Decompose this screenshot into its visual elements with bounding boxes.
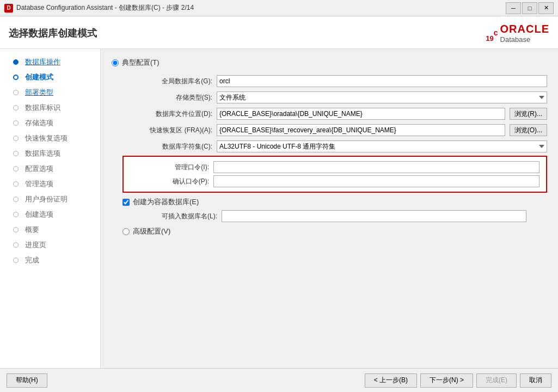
- sidebar-item-storage: 存储选项: [0, 115, 100, 131]
- step-dot-fast-recovery: [13, 136, 19, 141]
- sidebar-item-fast-recovery: 快速恢复选项: [0, 131, 100, 146]
- sidebar-label-deploy-type: 部署类型: [25, 88, 53, 97]
- sidebar-item-summary: 概要: [0, 222, 100, 237]
- create-container-label: 创建为容器数据库(E): [133, 197, 199, 207]
- close-button[interactable]: ✕: [538, 2, 554, 14]
- typical-config-radio-label[interactable]: 典型配置(T): [112, 58, 547, 68]
- step-dot-db-id: [13, 105, 19, 111]
- step-dot-storage: [13, 120, 19, 126]
- confirm-pwd-label: 确认口令(P):: [130, 177, 209, 186]
- typical-config-radio[interactable]: [112, 59, 119, 66]
- step-dot-mgmt-options: [13, 181, 19, 187]
- step-dot-progress: [13, 242, 19, 248]
- create-container-row: 创建为容器数据库(E): [122, 197, 547, 207]
- step-dot-deploy-type: [13, 90, 19, 95]
- prev-button[interactable]: < 上一步(B): [365, 373, 417, 388]
- pluggable-db-input[interactable]: [222, 210, 526, 222]
- advanced-config-section: 高级配置(V): [122, 226, 547, 236]
- sidebar-label-user-creds: 用户身份证明: [25, 194, 68, 204]
- db-file-location-input[interactable]: [217, 108, 505, 120]
- step-dot-finish: [13, 258, 19, 263]
- oracle-logo: 19c ORACLE Database: [486, 23, 549, 44]
- fra-label: 快速恢复区 (FRA)(A):: [122, 126, 212, 135]
- footer: 帮助(H) < 上一步(B) 下一步(N) > 完成(E) 取消: [0, 368, 558, 392]
- advanced-config-label: 高级配置(V): [133, 226, 170, 236]
- sidebar-label-db-id: 数据库标识: [25, 103, 60, 113]
- admin-pwd-label: 管理口令(I):: [130, 163, 209, 172]
- restore-button[interactable]: □: [522, 2, 537, 14]
- sidebar-label-storage: 存储选项: [25, 118, 53, 128]
- storage-type-label: 存储类型(S):: [122, 93, 212, 102]
- sidebar-label-db-operation: 数据库操作: [25, 57, 60, 67]
- admin-pwd-row: 管理口令(I):: [130, 161, 539, 173]
- charset-row: 数据库字符集(C): AL32UTF8 - Unicode UTF-8 通用字符…: [122, 140, 547, 152]
- step-dot-create-options: [13, 212, 19, 217]
- cancel-button[interactable]: 取消: [520, 373, 551, 388]
- oracle-brand: ORACLE: [500, 23, 549, 35]
- main-panel: 典型配置(T) 全局数据库名(G): 存储类型(S): 文件系统ASM 数据库文…: [101, 49, 558, 368]
- oracle-text: ORACLE Database: [500, 23, 549, 44]
- sidebar-label-summary: 概要: [25, 225, 39, 235]
- footer-left: 帮助(H): [7, 373, 47, 388]
- sidebar-item-user-creds: 用户身份证明: [0, 192, 100, 207]
- content-area: 数据库操作 创建模式 部署类型 数据库标识 存储选项 快速恢复选项: [0, 49, 558, 368]
- oracle-version: 19c: [486, 28, 498, 44]
- create-container-checkbox[interactable]: [122, 199, 130, 206]
- step-dot-user-creds: [13, 197, 19, 202]
- titlebar-left: D Database Configuration Assistant - 创建数…: [4, 3, 194, 13]
- confirm-pwd-row: 确认口令(P):: [130, 175, 539, 187]
- step-dot-config-options: [13, 166, 19, 171]
- help-button[interactable]: 帮助(H): [7, 373, 47, 388]
- window-title: Database Configuration Assistant - 创建数据库…: [16, 3, 194, 13]
- browse-r-button[interactable]: 浏览(R)...: [510, 108, 547, 120]
- oracle-product: Database: [500, 35, 549, 44]
- global-db-name-input[interactable]: [217, 75, 547, 87]
- sidebar-label-create-options: 创建选项: [25, 210, 53, 219]
- pluggable-db-row: 可插入数据库名(L):: [136, 210, 547, 222]
- sidebar-label-db-options: 数据库选项: [25, 149, 60, 158]
- sidebar-item-deploy-type[interactable]: 部署类型: [0, 85, 100, 100]
- global-db-name-row: 全局数据库名(G):: [122, 75, 547, 87]
- advanced-config-radio[interactable]: [122, 228, 130, 235]
- next-button[interactable]: 下一步(N) >: [420, 373, 473, 388]
- sidebar-label-fast-recovery: 快速恢复选项: [25, 133, 68, 143]
- sidebar-label-finish: 完成: [25, 255, 39, 265]
- typical-config-section: 典型配置(T): [112, 58, 547, 68]
- charset-select[interactable]: AL32UTF8 - Unicode UTF-8 通用字符集: [217, 140, 547, 152]
- sidebar-item-mgmt-options: 管理选项: [0, 176, 100, 192]
- fra-input[interactable]: [217, 124, 505, 136]
- titlebar: D Database Configuration Assistant - 创建数…: [0, 0, 558, 16]
- storage-type-row: 存储类型(S): 文件系统ASM: [122, 91, 547, 103]
- finish-button[interactable]: 完成(E): [476, 373, 517, 388]
- footer-right: < 上一步(B) 下一步(N) > 完成(E) 取消: [365, 373, 551, 388]
- browse-o-button[interactable]: 浏览(O)...: [510, 124, 547, 136]
- storage-type-select[interactable]: 文件系统ASM: [217, 91, 547, 103]
- header: 选择数据库创建模式 19c ORACLE Database: [0, 16, 558, 49]
- charset-label: 数据库字符集(C):: [122, 142, 212, 151]
- main-container: 选择数据库创建模式 19c ORACLE Database 数据库操作 创建模式: [0, 16, 558, 392]
- page-title: 选择数据库创建模式: [9, 27, 97, 40]
- db-file-location-row: 数据库文件位置(D): 浏览(R)...: [122, 108, 547, 120]
- sidebar-item-finish: 完成: [0, 253, 100, 268]
- sidebar-item-create-options: 创建选项: [0, 207, 100, 222]
- app-icon: D: [4, 4, 13, 13]
- step-dot-summary: [13, 227, 19, 232]
- db-file-location-label: 数据库文件位置(D):: [122, 109, 212, 119]
- sidebar: 数据库操作 创建模式 部署类型 数据库标识 存储选项 快速恢复选项: [0, 49, 101, 368]
- step-dot-db-options: [13, 151, 19, 156]
- sidebar-item-config-options: 配置选项: [0, 161, 100, 176]
- form-grid: 全局数据库名(G): 存储类型(S): 文件系统ASM 数据库文件位置(D): …: [122, 75, 547, 152]
- window-controls: ─ □ ✕: [506, 2, 554, 14]
- confirm-pwd-input[interactable]: [213, 175, 539, 187]
- minimize-button[interactable]: ─: [506, 2, 521, 14]
- step-dot-create-mode: [13, 75, 19, 80]
- sidebar-item-db-operation[interactable]: 数据库操作: [0, 54, 100, 70]
- sidebar-item-db-options: 数据库选项: [0, 146, 100, 161]
- sidebar-label-config-options: 配置选项: [25, 164, 53, 174]
- password-section: 管理口令(I): 确认口令(P):: [122, 156, 547, 193]
- admin-pwd-input[interactable]: [213, 161, 539, 173]
- sidebar-label-mgmt-options: 管理选项: [25, 179, 53, 189]
- pluggable-db-label: 可插入数据库名(L):: [136, 212, 217, 221]
- sidebar-item-create-mode[interactable]: 创建模式: [0, 70, 100, 85]
- advanced-config-radio-label[interactable]: 高级配置(V): [122, 226, 547, 236]
